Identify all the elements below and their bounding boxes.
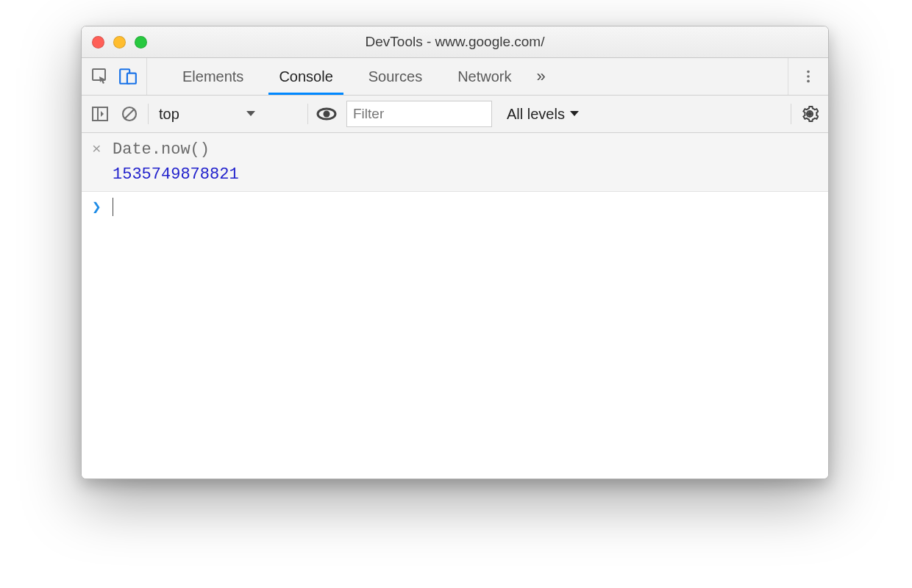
- svg-point-11: [324, 111, 330, 118]
- prompt-chevron-icon: ❯: [92, 198, 113, 216]
- console-expression[interactable]: Date.now(): [113, 140, 818, 159]
- zoom-window-button[interactable]: [135, 36, 147, 49]
- tabs-overflow-button[interactable]: »: [530, 58, 553, 95]
- console-entry: × Date.now() 1535749878821: [82, 133, 828, 192]
- svg-point-12: [808, 112, 812, 116]
- window-controls: [92, 36, 147, 49]
- console-settings-icon[interactable]: [797, 101, 822, 126]
- inspect-element-icon[interactable]: [88, 64, 113, 89]
- live-expression-icon[interactable]: [314, 101, 339, 126]
- console-prompt[interactable]: ❯: [82, 192, 828, 222]
- console-filter-input[interactable]: [346, 101, 492, 127]
- kebab-menu-icon[interactable]: [796, 64, 821, 89]
- tab-sources[interactable]: Sources: [351, 58, 440, 95]
- svg-point-4: [807, 75, 810, 78]
- inspector-right-controls: [788, 58, 828, 95]
- devtools-window: DevTools - www.google.com/: [81, 26, 829, 479]
- text-cursor: [113, 198, 113, 216]
- console-output: × Date.now() 1535749878821 ❯: [82, 133, 828, 478]
- log-levels-label: All levels: [507, 106, 565, 123]
- svg-line-9: [125, 110, 134, 118]
- execution-context-selector[interactable]: top: [154, 106, 260, 123]
- device-toggle-icon[interactable]: [115, 64, 140, 89]
- close-window-button[interactable]: [92, 36, 104, 49]
- delete-entry-icon[interactable]: ×: [92, 140, 113, 159]
- execution-context-label: top: [159, 106, 179, 123]
- chevron-down-icon: [246, 110, 256, 118]
- inspector-tabs: Elements Console Sources Network »: [147, 58, 553, 95]
- svg-point-5: [807, 80, 810, 83]
- svg-rect-2: [127, 74, 136, 84]
- toggle-sidebar-icon[interactable]: [88, 101, 113, 126]
- svg-rect-6: [93, 107, 107, 121]
- tab-network[interactable]: Network: [440, 58, 529, 95]
- tab-elements[interactable]: Elements: [165, 58, 261, 95]
- tab-console[interactable]: Console: [261, 58, 350, 95]
- titlebar: DevTools - www.google.com/: [82, 26, 828, 58]
- inspector-left-controls: [82, 58, 147, 95]
- svg-point-3: [807, 71, 810, 74]
- window-title: DevTools - www.google.com/: [82, 34, 828, 50]
- clear-console-icon[interactable]: [117, 101, 142, 126]
- console-expression-row: × Date.now(): [82, 137, 828, 162]
- log-levels-selector[interactable]: All levels: [499, 106, 587, 123]
- chevron-down-icon: [569, 110, 580, 118]
- console-result[interactable]: 1535749878821: [113, 165, 818, 184]
- console-result-row: 1535749878821: [82, 162, 828, 187]
- inspector-tabs-toolbar: Elements Console Sources Network »: [82, 58, 828, 96]
- console-toolbar: top All levels: [82, 96, 828, 133]
- minimize-window-button[interactable]: [113, 36, 126, 49]
